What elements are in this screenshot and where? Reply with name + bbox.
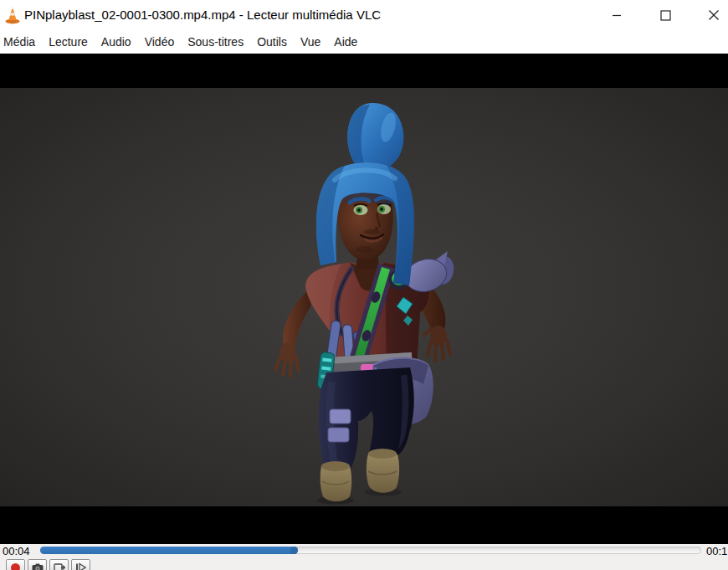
menu-aide[interactable]: Aide [327,32,364,52]
window-title: PINplayblast_02-0001-0300.mp4.mp4 - Lect… [24,8,381,22]
close-icon [708,9,720,21]
menu-media[interactable]: Média [0,32,42,52]
seek-fill [40,547,298,554]
record-button[interactable] [6,559,25,570]
video-area[interactable] [0,54,728,544]
snapshot-camera-icon [32,563,44,570]
titlebar: PINplayblast_02-0001-0300.mp4.mp4 - Lect… [0,0,728,30]
minimize-icon [612,10,622,20]
video-frame-3d-character [0,88,728,506]
loop-ab-button[interactable] [49,559,69,570]
record-icon [11,563,20,570]
maximize-icon [660,10,671,21]
seek-handle[interactable] [290,547,298,554]
minimize-button[interactable] [597,0,636,30]
menu-sous-titres[interactable]: Sous-titres [181,32,250,52]
menu-video[interactable]: Vidéo [138,32,182,52]
vlc-window: PINplayblast_02-0001-0300.mp4.mp4 - Lect… [0,0,728,570]
snapshot-button[interactable] [28,559,47,570]
menu-lecture[interactable]: Lecture [42,32,95,52]
vlc-cone-icon [4,6,21,24]
frame-by-frame-button[interactable] [71,559,90,570]
frame-by-frame-icon [75,562,86,570]
advanced-controls-row [6,559,90,570]
seek-bar[interactable] [40,547,701,554]
menubar: Média Lecture Audio Vidéo Sous-titres Ou… [0,30,728,54]
control-bar: 00:04 00:1 [0,544,728,570]
maximize-button[interactable] [646,0,684,30]
menu-audio[interactable]: Audio [95,32,138,52]
loop-a-b-icon [54,562,65,570]
menu-outils[interactable]: Outils [250,32,294,52]
elapsed-time: 00:04 [3,545,30,557]
total-time: 00:1 [706,545,727,557]
close-button[interactable] [695,0,728,30]
menu-vue[interactable]: Vue [294,32,327,52]
